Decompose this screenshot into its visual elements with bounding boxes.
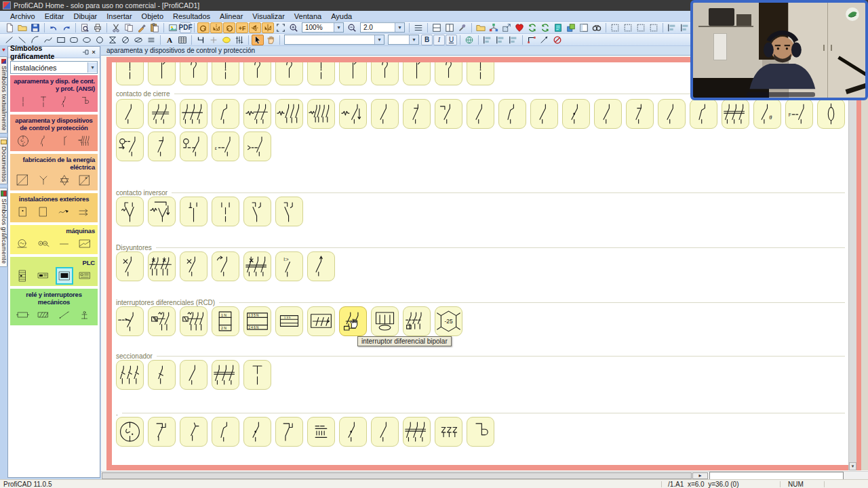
- scroll-down-icon[interactable]: ▾: [849, 462, 856, 470]
- vertical-scrollbar[interactable]: ▾: [848, 57, 856, 470]
- symbol-tile[interactable]: [435, 99, 462, 129]
- s-swk[interactable]: [36, 134, 51, 148]
- symbol-tile[interactable]: [243, 360, 271, 390]
- no-fill-tool[interactable]: [119, 35, 132, 45]
- symbol-tile[interactable]: [403, 417, 431, 447]
- new-button[interactable]: [3, 22, 16, 33]
- symbol-tile[interactable]: [116, 197, 144, 226]
- zoom-in-button[interactable]: [288, 22, 300, 33]
- italic-button[interactable]: I: [433, 35, 445, 45]
- symbol-tile[interactable]: [212, 99, 239, 129]
- c-motor[interactable]: [16, 237, 31, 251]
- c-gears[interactable]: [36, 237, 51, 251]
- print-preview-button[interactable]: [79, 22, 91, 33]
- symbol-tile[interactable]: [530, 99, 558, 129]
- symbol-tile[interactable]: [275, 99, 303, 129]
- c-mon[interactable]: [57, 268, 72, 283]
- polygon-tool[interactable]: [106, 35, 119, 45]
- c-wye[interactable]: [36, 173, 51, 188]
- category-7[interactable]: relé y interruptoresmecánicos: [10, 289, 98, 325]
- symbol-tile[interactable]: [403, 99, 431, 129]
- underline-button[interactable]: U: [446, 35, 457, 45]
- symbol-tile[interactable]: [467, 57, 494, 85]
- paste-button[interactable]: [149, 22, 161, 33]
- crossed-ellipse-tool[interactable]: [132, 35, 144, 45]
- symbol-tile[interactable]: [753, 99, 781, 129]
- symbol-tile[interactable]: [148, 131, 176, 161]
- symbol-tile[interactable]: [243, 131, 271, 161]
- node-tool[interactable]: [208, 35, 220, 45]
- select-tool[interactable]: [252, 35, 264, 45]
- symbol-tile[interactable]: [594, 99, 622, 129]
- pin-icon[interactable]: [81, 48, 90, 56]
- library-folder-button[interactable]: [475, 22, 487, 33]
- rotate-right-button[interactable]: [223, 22, 235, 33]
- align-left-button[interactable]: [666, 22, 678, 33]
- export-pdf-button[interactable]: PDF: [180, 22, 191, 33]
- table-tool[interactable]: [176, 35, 189, 45]
- horizontal-scrollbar[interactable]: ▸: [101, 471, 868, 479]
- save-button[interactable]: [29, 22, 41, 33]
- symbol-tile[interactable]: [785, 99, 813, 129]
- pan-tool[interactable]: [264, 35, 277, 45]
- symbol-tile[interactable]: [148, 251, 176, 281]
- symbol-tile[interactable]: [148, 197, 176, 226]
- open-button[interactable]: [16, 22, 28, 33]
- library-dropdown[interactable]: instalaciónes ▾: [10, 61, 98, 74]
- menu-resultados[interactable]: Resultados: [168, 12, 215, 20]
- circle-tool[interactable]: [94, 35, 106, 45]
- symbol-tile[interactable]: [243, 306, 271, 336]
- symbol-tile[interactable]: [180, 131, 208, 161]
- symbol-tile[interactable]: [243, 417, 271, 447]
- font-family-combo[interactable]: ▾: [284, 35, 384, 45]
- symbol-tile[interactable]: [148, 57, 176, 85]
- dropdown-arrow-icon[interactable]: ▾: [334, 23, 343, 32]
- symbol-tile[interactable]: [817, 99, 845, 129]
- symbol-tile[interactable]: [435, 306, 462, 336]
- select-invert-button[interactable]: [648, 22, 660, 33]
- symbol-tile[interactable]: [562, 99, 590, 129]
- c-lamp[interactable]: [16, 205, 31, 220]
- no-entry-tool[interactable]: [551, 35, 564, 45]
- menu-insertar[interactable]: Insertar: [102, 12, 136, 20]
- symbol-tile[interactable]: [498, 99, 526, 129]
- category-2[interactable]: aparamenta y dispositivosde control y pr…: [10, 115, 98, 151]
- bold-button[interactable]: B: [421, 35, 433, 45]
- menu-dibujar[interactable]: Dibujar: [68, 12, 102, 20]
- panel-button[interactable]: [578, 22, 590, 33]
- c-mod2[interactable]: [77, 268, 92, 283]
- symbol-tile[interactable]: [180, 306, 208, 336]
- c-swline[interactable]: [57, 308, 72, 323]
- side-tab-1[interactable]: Símbolos textualmente: [0, 56, 7, 134]
- mirror-button[interactable]: [262, 22, 274, 33]
- symbol-tile[interactable]: [690, 99, 717, 129]
- flip-vertical-button[interactable]: [249, 22, 261, 33]
- category-1[interactable]: aparamenta y disp. de cont.y prot. (ANSI…: [10, 75, 98, 112]
- symbol-tile[interactable]: [212, 417, 239, 447]
- share-button[interactable]: [500, 22, 513, 33]
- symbol-tile[interactable]: [148, 417, 176, 447]
- print-button[interactable]: [92, 22, 104, 33]
- page-list-button[interactable]: [412, 22, 425, 33]
- export-image-button[interactable]: [167, 22, 179, 33]
- symbol-tile[interactable]: [403, 57, 431, 85]
- symbol-tile[interactable]: [116, 99, 144, 129]
- c-box[interactable]: [36, 205, 51, 220]
- symbol-tile[interactable]: [116, 360, 144, 390]
- c-mod1[interactable]: [36, 268, 51, 283]
- menu-ventana[interactable]: Ventana: [290, 12, 326, 20]
- dropdown-arrow-icon[interactable]: ▾: [395, 23, 404, 32]
- symbol-tree-button[interactable]: [488, 22, 500, 33]
- zoom-fit-button[interactable]: [275, 22, 287, 33]
- format-painter-button[interactable]: [136, 22, 148, 33]
- symbol-tile[interactable]: [116, 251, 144, 281]
- symbol-tile[interactable]: [243, 57, 271, 85]
- symbol-tile[interactable]: [371, 99, 399, 129]
- c-2arr[interactable]: [77, 205, 92, 220]
- symbol-tile[interactable]: [371, 417, 399, 447]
- s-secT[interactable]: [36, 94, 51, 109]
- dropdown-arrow-icon[interactable]: ▾: [409, 35, 418, 44]
- symbol-tile[interactable]: [435, 57, 462, 85]
- favorites-button[interactable]: [513, 22, 526, 33]
- c-rack[interactable]: [16, 268, 31, 283]
